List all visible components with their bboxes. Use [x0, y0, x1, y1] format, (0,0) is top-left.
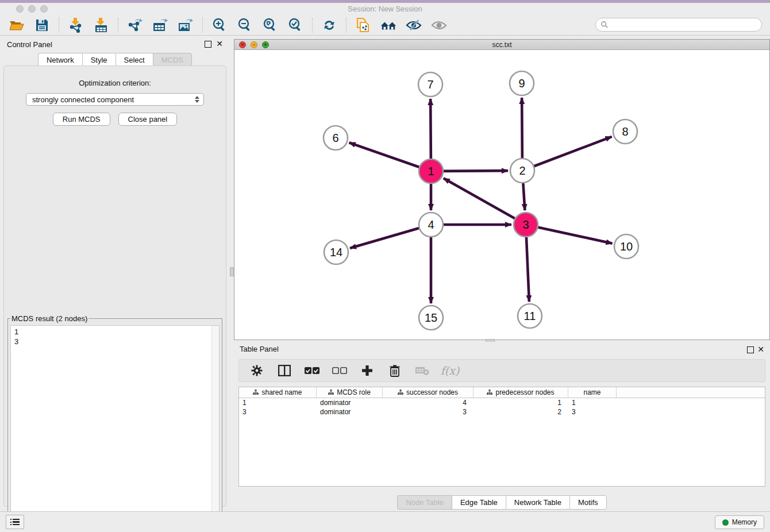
export-table-button[interactable]	[152, 17, 169, 33]
open-session-button[interactable]	[8, 17, 25, 33]
show-all-button[interactable]	[430, 17, 448, 33]
gear-icon	[251, 365, 263, 376]
table-row[interactable]: 3dominator323	[239, 407, 765, 417]
node-label-1: 1	[428, 165, 434, 178]
table-cell[interactable]: dominator	[317, 407, 383, 417]
table-cell[interactable]: 1	[239, 398, 317, 407]
node-label-9: 9	[518, 77, 525, 90]
zoom-fit-icon	[263, 18, 278, 33]
refresh-button[interactable]	[321, 17, 338, 33]
tab-edge-table[interactable]: Edge Table	[452, 495, 506, 510]
application-window: Session: New Session	[0, 0, 770, 532]
node-label-14: 14	[330, 246, 342, 259]
table-panel-title: Table Panel	[240, 345, 279, 353]
deselect-all-button[interactable]	[332, 363, 347, 379]
node-label-2: 2	[519, 164, 525, 177]
column-header-name[interactable]: name	[568, 387, 617, 398]
network-view-title: scc.txt	[234, 41, 769, 49]
tab-node-table[interactable]: Node Table	[397, 495, 452, 510]
edge-1-6[interactable]	[349, 142, 431, 171]
close-panel-icon[interactable]: ✕	[216, 39, 223, 48]
zoom-in-icon	[212, 18, 227, 33]
search-input[interactable]	[595, 18, 762, 32]
table-cell[interactable]: 3	[568, 407, 617, 417]
table-body: 1dominator4113dominator323	[239, 398, 765, 417]
splitter-grip[interactable]	[230, 267, 234, 276]
select-all-button[interactable]	[305, 363, 319, 379]
table-toolbar: f(x)	[238, 359, 765, 382]
open-folder-icon	[9, 19, 24, 32]
result-scrollbar[interactable]	[211, 326, 219, 530]
table-cell[interactable]: 3	[239, 407, 317, 417]
network-graph-canvas[interactable]: 7968124314101511	[234, 50, 769, 340]
close-table-panel-icon[interactable]: ✕	[757, 345, 764, 354]
table-settings-button[interactable]	[249, 363, 264, 379]
clone-network-button[interactable]	[355, 17, 372, 33]
vertical-splitter[interactable]	[230, 36, 234, 511]
unchecked-boxes-icon	[332, 367, 347, 375]
run-mcds-button[interactable]: Run MCDS	[53, 113, 110, 126]
table-cell[interactable]: 1	[568, 398, 617, 407]
mcds-panel: Optimization criterion: strongly connect…	[3, 65, 226, 507]
task-history-button[interactable]	[6, 515, 24, 529]
column-header-shared-name[interactable]: shared name	[239, 387, 317, 398]
attribute-icon	[328, 390, 334, 395]
column-label: name	[583, 388, 600, 396]
mcds-result-text[interactable]: 1 3	[10, 325, 220, 531]
save-session-button[interactable]	[33, 17, 51, 33]
split-view-button[interactable]	[277, 363, 292, 379]
table-cell[interactable]: dominator	[317, 398, 383, 407]
titlebar[interactable]: Session: New Session	[0, 3, 770, 16]
float-panel-button[interactable]	[205, 41, 211, 48]
refresh-icon	[322, 18, 336, 32]
delete-table-button[interactable]	[415, 363, 430, 379]
import-table-button[interactable]	[93, 17, 110, 33]
criterion-select[interactable]: strongly connected component	[26, 93, 204, 106]
search-field-wrap	[595, 18, 762, 32]
table-cell[interactable]: 2	[473, 407, 568, 417]
first-neighbors-button[interactable]	[380, 17, 397, 33]
zoom-selected-button[interactable]	[287, 17, 304, 33]
import-network-button[interactable]	[67, 17, 84, 33]
column-header-successor-nodes[interactable]: successor nodes	[383, 387, 473, 398]
column-header-MCDS-role[interactable]: MCDS role	[317, 387, 383, 398]
plus-icon	[361, 365, 373, 376]
table-cell[interactable]: 3	[383, 407, 473, 417]
export-network-button[interactable]	[126, 17, 144, 33]
search-icon	[600, 21, 609, 29]
table-cell[interactable]: 4	[383, 398, 473, 407]
add-column-button[interactable]	[360, 363, 375, 379]
float-table-panel-button[interactable]	[747, 346, 754, 353]
memory-button[interactable]: Memory	[715, 515, 764, 529]
control-panel: Control Panel ✕ Network Style Select MCD…	[0, 36, 230, 511]
node-table[interactable]: shared nameMCDS rolesuccessor nodesprede…	[238, 387, 765, 487]
table-cell[interactable]: 1	[473, 398, 568, 407]
tab-network-table[interactable]: Network Table	[506, 495, 569, 510]
eye-icon	[431, 20, 447, 31]
edge-3-10[interactable]	[526, 225, 613, 244]
hide-selected-button[interactable]	[405, 17, 422, 33]
edge-3-1[interactable]	[444, 178, 526, 225]
edge-2-8[interactable]	[522, 137, 612, 171]
zoom-out-button[interactable]	[236, 17, 253, 33]
table-row[interactable]: 1dominator411	[239, 398, 765, 407]
close-panel-button[interactable]: Close panel	[118, 113, 178, 126]
delete-table-icon	[415, 365, 429, 376]
table-panel: Table Panel ✕	[234, 342, 770, 511]
network-window-titlebar[interactable]: ✕ − + scc.txt	[234, 40, 769, 50]
export-image-icon	[178, 18, 193, 33]
zoom-fit-button[interactable]	[261, 17, 279, 33]
node-label-3: 3	[522, 218, 529, 231]
export-image-button[interactable]	[177, 17, 194, 33]
column-header-predecessor-nodes[interactable]: predecessor nodes	[473, 387, 568, 398]
export-table-icon	[153, 18, 168, 33]
tab-motifs[interactable]: Motifs	[569, 495, 607, 510]
hide-eye-icon	[406, 20, 422, 31]
houses-icon	[380, 19, 397, 32]
delete-column-button[interactable]	[387, 363, 402, 379]
node-label-15: 15	[425, 311, 437, 324]
zoom-in-button[interactable]	[211, 17, 228, 33]
list-icon	[10, 519, 20, 526]
split-columns-icon	[278, 365, 291, 376]
function-builder-button[interactable]: f(x)	[442, 363, 457, 379]
